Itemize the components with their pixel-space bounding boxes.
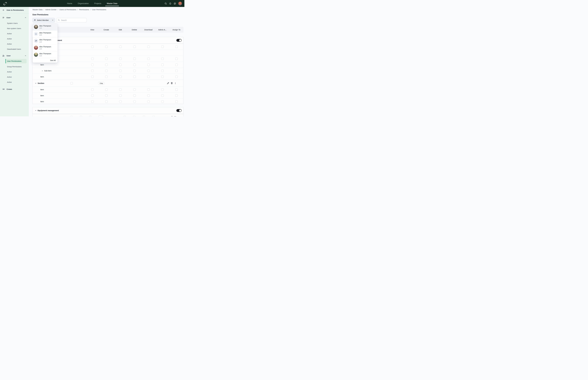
sidebar-item-active[interactable]: Active — [0, 41, 29, 47]
checkbox-delete[interactable] — [133, 76, 136, 78]
nav-item-home[interactable]: Home — [67, 0, 72, 7]
checkbox-download[interactable] — [147, 46, 150, 48]
sidebar-group-user-1[interactable]: User — [0, 15, 29, 20]
chevron-down-icon[interactable] — [42, 70, 43, 72]
checkbox-edit[interactable] — [119, 100, 122, 103]
checkbox-view[interactable] — [91, 95, 94, 97]
checkbox-view[interactable] — [91, 70, 94, 72]
checkbox-view[interactable] — [91, 57, 94, 60]
checkbox-assign-to[interactable] — [175, 100, 178, 103]
checkbox-edit[interactable] — [119, 88, 122, 91]
module-toggle-on[interactable] — [176, 39, 182, 42]
nav-item-projects[interactable]: Projects — [94, 0, 101, 7]
checkbox-create[interactable] — [105, 95, 108, 97]
sidebar-item-active[interactable]: Active — [0, 75, 29, 80]
member-option[interactable]: Alex Thompson 123 — [33, 51, 57, 58]
notifications-bell-icon[interactable] — [169, 2, 171, 5]
checkbox-edit[interactable] — [119, 46, 122, 48]
sidebar-item-active[interactable]: Active — [0, 80, 29, 85]
checkbox-assign-to[interactable] — [175, 70, 178, 72]
sidebar-item-active[interactable]: Active — [0, 31, 29, 36]
checkbox[interactable] — [152, 116, 155, 116]
chevron-down-icon[interactable] — [35, 82, 37, 84]
sidebar-item-deactivated-users[interactable]: Deactivated Users — [0, 47, 29, 52]
kebab-menu-icon[interactable] — [174, 82, 176, 84]
checkbox-download[interactable] — [147, 76, 150, 78]
delete-trash-icon[interactable] — [171, 82, 173, 84]
nav-item-organization[interactable]: Organization — [78, 0, 89, 7]
sidebar-group-crews[interactable]: Crews — [0, 87, 29, 92]
checkbox-admin-access[interactable] — [161, 46, 164, 48]
checkbox-admin-access[interactable] — [161, 70, 164, 72]
checkbox-assign-to[interactable] — [175, 57, 178, 60]
sidebar-item-active[interactable]: Active — [0, 69, 29, 75]
checkbox-create[interactable] — [105, 64, 108, 66]
checkbox-admin-access[interactable] — [161, 64, 164, 66]
sidebar-item-system-users[interactable]: System Users — [0, 21, 29, 26]
checkbox-assign-to[interactable] — [175, 46, 178, 48]
checkbox-create[interactable] — [105, 76, 108, 78]
checkbox-download[interactable] — [147, 100, 150, 103]
sidebar-item-active[interactable]: Active — [0, 36, 29, 41]
infinity-logo[interactable] — [2, 1, 8, 6]
sidebar-group-user-2[interactable]: User — [0, 53, 29, 58]
chevron-down-icon[interactable] — [35, 110, 37, 111]
checkbox-view[interactable] — [91, 76, 94, 78]
checkbox[interactable] — [80, 116, 82, 116]
chat-feedback-icon[interactable] — [174, 2, 176, 5]
checkbox-download[interactable] — [147, 70, 150, 72]
checkbox-delete[interactable] — [133, 57, 136, 60]
checkbox-delete[interactable] — [133, 95, 136, 97]
back-arrow-icon[interactable] — [2, 9, 5, 11]
checkbox-create[interactable] — [105, 88, 108, 91]
user-avatar[interactable] — [178, 2, 182, 5]
module-toggle-on[interactable] — [176, 109, 182, 112]
checkbox-edit[interactable] — [119, 70, 122, 72]
checkbox-download[interactable] — [147, 64, 150, 66]
edit-pencil-icon[interactable] — [170, 116, 172, 116]
checkbox[interactable] — [123, 116, 126, 116]
checkbox-delete[interactable] — [133, 64, 136, 66]
section-checkbox[interactable] — [70, 82, 73, 84]
checkbox-download[interactable] — [147, 95, 150, 97]
checkbox-edit[interactable] — [119, 76, 122, 78]
breadcrumb-item[interactable]: Permissions — [79, 9, 89, 11]
delete-trash-icon[interactable] — [174, 116, 176, 116]
checkbox-view[interactable] — [91, 88, 94, 91]
sidebar-item-user-permissions[interactable]: User Permissions — [5, 59, 27, 63]
member-option[interactable]: Alex Thompson 123 — [33, 23, 57, 30]
member-option[interactable]: Alex Thompson 123 — [33, 44, 57, 51]
checkbox-edit[interactable] — [119, 95, 122, 97]
checkbox-admin-access[interactable] — [161, 100, 164, 103]
checkbox-create[interactable] — [105, 46, 108, 48]
breadcrumb-item-current[interactable]: User Permissions — [92, 9, 106, 11]
search-icon[interactable] — [165, 2, 167, 5]
checkbox-admin-access[interactable] — [161, 88, 164, 91]
chevron-up-icon[interactable] — [25, 55, 26, 57]
member-option[interactable]: Alex Thompson 123 — [33, 30, 57, 38]
chevron-up-icon[interactable] — [25, 17, 26, 19]
checkbox-delete[interactable] — [133, 100, 136, 103]
checkbox-download[interactable] — [147, 57, 150, 60]
sidebar-item-group-permissions[interactable]: Group Permissions — [0, 64, 29, 69]
breadcrumb-item[interactable]: Admin Center — [45, 9, 57, 11]
edit-pencil-icon[interactable] — [167, 82, 169, 84]
checkbox-delete[interactable] — [133, 46, 136, 48]
checkbox-assign-to[interactable] — [175, 76, 178, 78]
member-option[interactable]: JP Alex Thompson 123 — [33, 38, 57, 44]
checkbox-delete[interactable] — [133, 88, 136, 91]
checkbox-assign-to[interactable] — [175, 88, 178, 91]
checkbox-view[interactable] — [91, 64, 94, 66]
checkbox-assign-to[interactable] — [175, 64, 178, 66]
checkbox-view[interactable] — [91, 100, 94, 103]
checkbox-admin-access[interactable] — [161, 76, 164, 78]
select-member-button[interactable]: Select Member — [33, 18, 55, 22]
checkbox[interactable] — [89, 116, 92, 116]
checkbox[interactable] — [70, 116, 73, 116]
checkbox-edit[interactable] — [119, 64, 122, 66]
breadcrumb-item[interactable]: Users & Permissions — [59, 9, 76, 11]
checkbox-download[interactable] — [147, 88, 150, 91]
checkbox-create[interactable] — [105, 57, 108, 60]
checkbox-admin-access[interactable] — [161, 57, 164, 60]
checkbox-edit[interactable] — [119, 57, 122, 60]
